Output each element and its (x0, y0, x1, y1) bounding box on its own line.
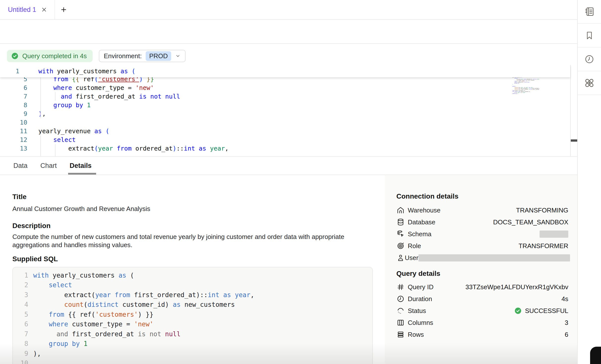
code-line: with yearly_customers as ( (38, 68, 135, 75)
schema-icon (396, 230, 408, 238)
code-line: select (38, 136, 76, 143)
sql-card-line: 5 from {{ ref('customers') }} (13, 310, 372, 319)
editor-line[interactable]: 10 (0, 118, 570, 127)
tab-title: Untitled 1 (8, 6, 36, 14)
row-label: Status (408, 307, 426, 315)
environment-label: Environment: (104, 52, 142, 60)
tab-untitled[interactable]: Untitled 1 (0, 0, 55, 19)
editor-line[interactable]: 8 group by 1 (0, 101, 570, 109)
tab-data[interactable]: Data (12, 157, 28, 175)
line-number: 10 (13, 360, 28, 364)
query-status-text: Query completed in 4s (22, 52, 87, 60)
close-icon[interactable] (41, 6, 48, 13)
row-label: Warehouse (408, 207, 440, 214)
row-label: Role (408, 242, 421, 250)
code-line: ), (38, 110, 46, 117)
sql-card-line: 10 (13, 359, 372, 364)
code-line: count(distinct customer_id) as new_custo… (33, 301, 235, 308)
query-row-columns: Columns3 (396, 317, 568, 329)
row-value: 4s (562, 295, 568, 303)
help-fab-corner[interactable] (590, 347, 601, 364)
row-label: Rows (408, 331, 424, 338)
indent-guide (55, 92, 55, 101)
query-row-query-id: Query ID33TZseWpe1ALFDUYerxR1gVKxbv (396, 281, 568, 293)
sidebar-button-notebook[interactable] (578, 0, 601, 24)
value-text: SUCCESSFUL (525, 307, 568, 315)
code-line: from {{ ref('customers') }} (33, 311, 153, 318)
editor-line[interactable]: 12 select (0, 135, 570, 144)
scrollbar-thumb[interactable] (571, 139, 577, 142)
warehouse-icon (396, 206, 408, 214)
code-line: ), (33, 350, 41, 357)
row-label: Schema (408, 230, 431, 238)
sql-card-line: 2 select (13, 280, 372, 290)
minimap-line: order by 1; (512, 93, 542, 94)
line-number: 1 (13, 272, 28, 279)
sidebar-button-compass[interactable] (578, 71, 601, 95)
tab-chart[interactable]: Chart (39, 157, 58, 175)
line-number: 8 (13, 340, 28, 347)
sql-card-line: 7 and first_ordered_at is not null (13, 329, 372, 339)
editor-line[interactable]: 6 where customer_type = 'new' (0, 83, 570, 92)
connection-row-schema: Schema (396, 228, 568, 240)
code-line: extract(year from first_ordered_at)::int… (33, 291, 254, 299)
bookmark-icon (584, 30, 595, 41)
row-value: SUCCESSFUL (514, 307, 568, 315)
app-window: Untitled 1 Develop Run Query completed i… (0, 0, 601, 364)
supplied-sql-card: 1with yearly_customers as (2 select3 ext… (12, 267, 373, 364)
environment-select[interactable]: Environment: PROD (99, 50, 186, 62)
tab-details[interactable]: Details (69, 157, 93, 175)
line-number: 2 (13, 281, 28, 289)
line-number: 6 (13, 320, 28, 328)
database-icon (396, 218, 408, 226)
history-icon (584, 54, 595, 65)
editor-code-lines[interactable]: 5 from {{ ref('customers') }}6 where cus… (0, 75, 570, 153)
description-value: Compute the number of new customers and … (12, 233, 370, 249)
value-text: DOCS_TEAM_SANDBOX (493, 218, 568, 226)
code-line: group by 1 (33, 340, 87, 347)
chevron-down-icon (175, 53, 181, 59)
value-text: TRANSFORMER (519, 242, 568, 250)
new-tab-button[interactable] (55, 0, 72, 19)
check-circle-icon (514, 307, 522, 315)
right-sidebar (577, 0, 601, 364)
details-panel: Title Annual Customer Growth and Revenue… (0, 175, 577, 364)
sidebar-button-bookmark[interactable] (578, 24, 601, 48)
editor-line[interactable]: 13 extract(year from ordered_at)::int as… (0, 144, 570, 153)
sql-editor[interactable]: Query completed in 4s Environment: PROD … (0, 44, 577, 157)
value-text: 6 (565, 331, 568, 338)
line-number: 12 (0, 136, 27, 143)
connection-details-heading: Connection details (396, 192, 568, 200)
row-label: Duration (408, 295, 432, 303)
code-line: group by 1 (38, 102, 91, 109)
line-number: 5 (13, 311, 28, 318)
code-line: extract(year from ordered_at)::int as ye… (38, 145, 229, 152)
environment-value-chip: PROD (146, 51, 171, 61)
user-icon (396, 254, 405, 262)
editor-line[interactable]: 9), (0, 109, 570, 118)
connection-row-user: User (396, 252, 568, 264)
row-value (418, 254, 570, 261)
redacted-value (540, 231, 568, 238)
code-line: select (33, 281, 72, 289)
line-number: 6 (0, 84, 27, 91)
code-line: and first_ordered_at is not null (38, 93, 180, 100)
line-number: 10 (0, 119, 27, 126)
editor-line[interactable]: 7 and first_ordered_at is not null (0, 92, 570, 101)
code-line: and first_ordered_at is not null (33, 330, 181, 338)
row-value: 6 (565, 331, 568, 338)
editor-sticky-line[interactable]: 1with yearly_customers as ( (0, 65, 570, 77)
row-value (540, 231, 568, 238)
editor-line[interactable]: 11yearly_revenue as ( (0, 127, 570, 135)
sidebar-button-history[interactable] (578, 48, 601, 71)
row-label: User (405, 254, 418, 262)
check-circle-icon (11, 52, 19, 60)
editor-scrollbar[interactable] (570, 65, 577, 157)
indent-guide (40, 75, 41, 118)
code-line: with yearly_customers as ( (33, 272, 134, 279)
line-number: 3 (13, 291, 28, 299)
rows-icon (396, 330, 408, 339)
line-number: 9 (13, 350, 28, 357)
role-icon (396, 242, 408, 250)
row-value: DOCS_TEAM_SANDBOX (493, 218, 568, 226)
